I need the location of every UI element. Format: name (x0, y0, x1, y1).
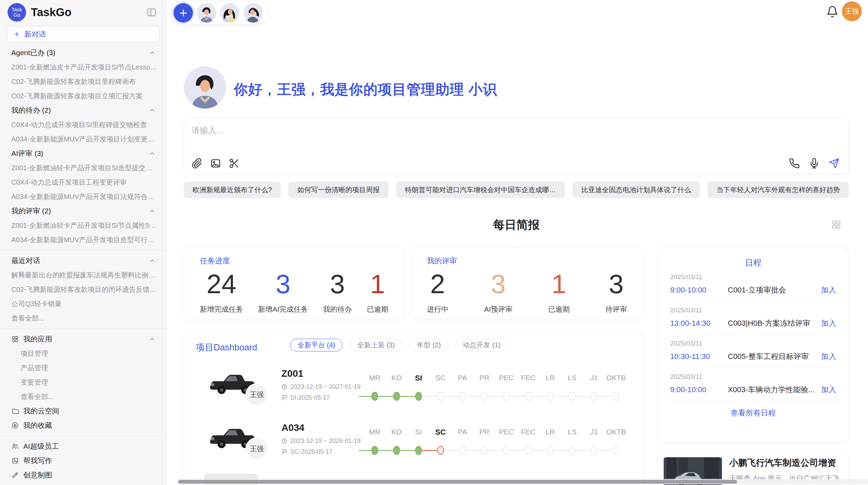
list-item[interactable]: 解释最新出台的欧盟报废车法规再生塑料比例被调至15%... (0, 268, 166, 282)
sidebar-item-my-apps[interactable]: 我的应用 (0, 332, 166, 346)
filter-chip[interactable]: 全新平台 (4) (290, 339, 342, 351)
stat-value: 1 (548, 270, 570, 298)
milestone-dot (459, 446, 466, 455)
sidebar-item-cloud-space[interactable]: 我的云空间 (0, 404, 166, 418)
sidebar-item-product-mgmt[interactable]: 产品管理 (0, 361, 166, 375)
sidebar-item-help-write[interactable]: 帮我写作 (0, 453, 166, 468)
list-item[interactable]: A034-全新新能源MUV产品开发项目造型可行性评审 (0, 233, 166, 247)
stat-label: 待评审 (605, 304, 627, 314)
sidebar-item-label: AI超级员工 (23, 442, 59, 451)
list-item[interactable]: C02-飞腾新能源轻客改款项目立项汇报方案 (0, 89, 166, 103)
schedule-name: X003-车辆动力学性能验... (728, 385, 817, 395)
section-recent-chats[interactable]: 最近对话 (0, 253, 166, 268)
chevron-up-icon[interactable] (148, 107, 156, 114)
project-flag-text: SC-2025-05-17 (290, 448, 333, 456)
milestone-label: SC (435, 374, 445, 382)
suggestion-chip[interactable]: 欧洲新规最近颁布了什么? (184, 182, 281, 198)
avatar[interactable] (197, 3, 216, 23)
list-item[interactable]: C02-飞腾新能源轻客改款项目里程碑画布 (0, 74, 166, 89)
section-my-todo[interactable]: 我的待办 (2) (0, 103, 166, 117)
filter-chip[interactable]: 全新上装 (3) (350, 339, 402, 351)
project-dates: 2023-12-19 ~ 2027-01-19 (281, 383, 361, 390)
notification-bell-icon[interactable] (826, 5, 839, 18)
flag-icon (281, 449, 287, 455)
list-item[interactable]: 公司Q3轻卡销量 (0, 297, 166, 311)
chevron-up-icon[interactable] (148, 335, 156, 343)
sidebar-item-change-mgmt[interactable]: 变更管理 (0, 375, 166, 389)
user-avatar[interactable]: 王强 (842, 1, 862, 21)
image-upload-icon[interactable] (210, 158, 221, 169)
project-row[interactable]: 王强 A034 2023-12-19 ~ 2026-01-19 SC-2025-… (184, 417, 643, 471)
stat-value: 3 (258, 270, 308, 298)
project-flag: SC-2025-05-17 (281, 448, 333, 456)
suggestion-chip[interactable]: 如何写一份清晰的项目周报 (288, 182, 388, 198)
stat-value: 3 (484, 270, 513, 298)
list-item[interactable]: C0X4-动力总成开发项目SI里程碑提交物检查 (0, 117, 166, 132)
sidebar-collapse-icon[interactable] (146, 7, 157, 17)
list-item[interactable]: A034-全新新能源MUV产品开发项目计划变更表编写 (0, 132, 166, 146)
schedule-date: 2025/03/11 (670, 307, 836, 314)
section-ai-review[interactable]: AI评审 (3) (0, 146, 166, 161)
add-session-button[interactable] (173, 3, 193, 23)
sidebar-item-label: 创意制图 (23, 470, 52, 480)
suggestion-chip[interactable]: 比亚迪全固态电池计划具体说了什么 (572, 182, 700, 198)
recent-view-all[interactable]: 查看全部... (0, 311, 166, 325)
milestone-label: PEC (499, 374, 514, 382)
list-item[interactable]: C02-飞腾新能源轻客改款项目的闭环通告反馈情况 (0, 282, 166, 297)
milestone-label: PA (458, 428, 467, 436)
filter-chip[interactable]: 年型 (2) (410, 339, 448, 351)
new-chat-button[interactable]: 新对话 (7, 26, 159, 42)
milestone-dot-done (371, 392, 378, 401)
avatar[interactable] (220, 3, 240, 23)
chat-input[interactable] (192, 123, 740, 138)
horizontal-scrollbar[interactable] (177, 479, 868, 484)
chevron-up-icon[interactable] (148, 49, 156, 57)
project-dates: 2023-12-19 ~ 2026-01-19 (281, 437, 361, 445)
list-item[interactable]: Z001-全新燃油皮卡产品开发项目SI节点Lesson Learn报告 (0, 60, 166, 74)
send-icon[interactable] (829, 158, 840, 169)
milestone-label: LR (546, 374, 555, 382)
scrollbar-thumb[interactable] (178, 480, 737, 484)
list-item[interactable]: A034-全新新能源MUV产品开发项目法规符合性评审 (0, 189, 166, 204)
sidebar-item-ai-employee[interactable]: AI超级员工 (0, 439, 166, 453)
sidebar-item-favorites[interactable]: 我的收藏 (0, 418, 166, 433)
microphone-icon[interactable] (809, 158, 820, 169)
suggestion-chip[interactable]: 特朗普可能对进口汽车增税会对中国车企造成哪些影响 (396, 182, 565, 198)
filter-chip[interactable]: 动总开发 (1) (456, 339, 508, 351)
project-row[interactable]: 王强 Z001 2023-12-19 ~ 2027-01-19 SI-2025-… (184, 363, 643, 417)
section-agent-done[interactable]: Agent已办 (3) (0, 46, 166, 60)
milestone-track: MR KO SI SC PA PR PEC FEC LR LS J1 OKTB (359, 374, 630, 408)
layout-grid-icon[interactable] (831, 219, 841, 229)
sidebar-item-label: 帮我写作 (23, 456, 52, 465)
apps-view-all[interactable]: 查看全部... (0, 389, 166, 404)
list-item[interactable]: Z001-全新燃油轻卡产品开发项目SI造型提交物评审 (0, 161, 166, 175)
schedule-date: 2025/03/11 (670, 273, 836, 281)
chevron-up-icon[interactable] (148, 207, 156, 215)
schedule-time: 10:30-11:30 (670, 352, 728, 361)
view-all-schedule-link[interactable]: 查看所有日程 (670, 408, 836, 418)
chevron-up-icon[interactable] (148, 150, 156, 157)
milestone-label: PR (479, 374, 489, 382)
section-label: Agent已办 (3) (11, 48, 55, 58)
chevron-up-icon[interactable] (148, 257, 156, 264)
avatar[interactable] (243, 3, 263, 23)
suggestion-chip[interactable]: 当下年轻人对汽车外观有怎样的喜好趋势 (708, 182, 849, 198)
list-item[interactable]: Z001-全新燃油轻卡产品开发项目SI节点属性5D文件评审 (0, 218, 166, 233)
sidebar-item-creative-draw[interactable]: 创意制图 (0, 468, 166, 482)
join-button[interactable]: 加入 (821, 285, 836, 295)
star-circle-icon (11, 422, 19, 429)
milestone-label: FEC (521, 374, 535, 382)
section-my-review[interactable]: 我的评审 (2) (0, 204, 166, 218)
join-button[interactable]: 加入 (821, 318, 836, 328)
phone-call-icon[interactable] (789, 158, 800, 169)
milestone-dot-done (393, 392, 400, 401)
scissors-icon[interactable] (229, 158, 240, 169)
list-item[interactable]: C0X4-动力总成开发项目工程变更评审 (0, 175, 166, 189)
attachment-icon[interactable] (192, 158, 203, 169)
schedule-item: 2025/03/11 9:00-10:00 X003-车辆动力学性能验... 加… (670, 368, 836, 401)
stat-label: 进行中 (427, 304, 448, 314)
join-button[interactable]: 加入 (821, 351, 836, 362)
sidebar-item-project-mgmt[interactable]: 项目管理 (0, 346, 166, 361)
milestone-label: LS (568, 374, 577, 382)
join-button[interactable]: 加入 (821, 385, 836, 395)
